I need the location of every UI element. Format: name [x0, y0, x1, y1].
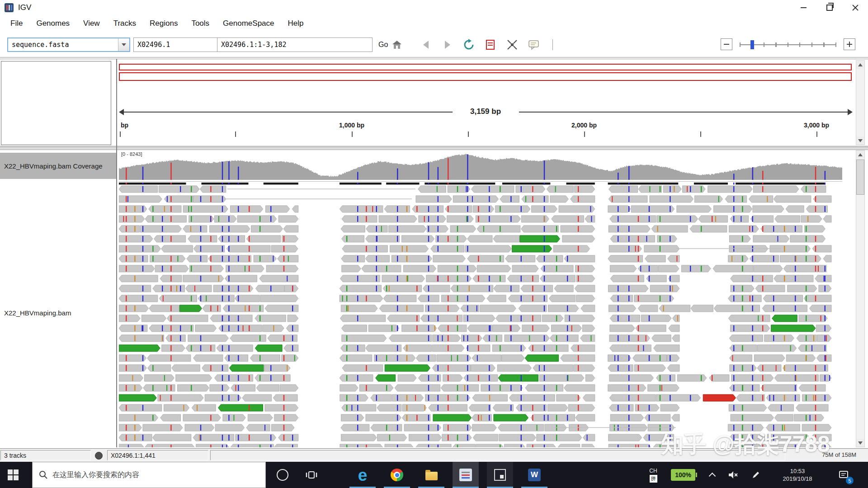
alignment-track-label[interactable]: X22_HBVmaping.bam: [4, 309, 71, 317]
battery-nub-icon: [696, 473, 697, 477]
ime-icon: 拼: [650, 475, 657, 483]
status-locus-label: X02496.1:1,441: [111, 452, 156, 459]
search-placeholder: 在这里输入你要搜索的内容: [52, 470, 139, 480]
popup-text-button[interactable]: [525, 38, 542, 52]
alignment-panel: X22_HBVmaping.bam Coverage X22_HBVmaping…: [0, 150, 868, 447]
menu-view[interactable]: View: [76, 15, 107, 32]
language-indicator[interactable]: CH 拼: [643, 462, 664, 488]
alignment-canvas[interactable]: [119, 150, 856, 447]
zoom-out-icon: [724, 44, 729, 45]
snip-taskbar-button[interactable]: [487, 462, 513, 488]
clock-date: 2019/10/18: [783, 475, 812, 483]
igv-icon: [459, 469, 472, 481]
visible-region-bar[interactable]: [119, 72, 852, 81]
locus-input[interactable]: [217, 38, 373, 52]
ruler-bp-label: bp: [121, 122, 128, 129]
start-button[interactable]: [0, 462, 26, 488]
clock-time: 10:53: [790, 467, 805, 475]
word-taskbar-button[interactable]: W: [521, 462, 547, 488]
task-view-icon: [306, 469, 317, 481]
home-button[interactable]: [388, 38, 406, 52]
scroll-down-button[interactable]: [856, 136, 864, 145]
icon-stripe: [6, 5, 8, 10]
menu-regions[interactable]: Regions: [143, 15, 184, 32]
tick-mark: [468, 131, 469, 137]
tick-mark: [816, 131, 817, 137]
chrome-taskbar-button[interactable]: [384, 462, 410, 488]
igv-taskbar-button[interactable]: [453, 462, 479, 488]
menu-help[interactable]: Help: [281, 15, 311, 32]
chromosome-ideogram-bar[interactable]: [119, 64, 852, 70]
icon-stripe: [11, 5, 12, 10]
ruler-sidebar-box: [1, 61, 111, 145]
taskbar-clock[interactable]: 10:53 2019/10/18: [769, 462, 826, 488]
restore-icon: [826, 5, 833, 11]
cortana-button[interactable]: [271, 462, 294, 488]
edge-icon: e: [358, 467, 368, 483]
zoom-slider-track[interactable]: [740, 42, 836, 48]
battery-indicator[interactable]: 100%: [668, 462, 700, 488]
zoom-out-button[interactable]: [721, 38, 732, 50]
menu-genomespace[interactable]: GenomeSpace: [216, 15, 281, 32]
menu-file[interactable]: File: [4, 15, 29, 32]
ruler-scrollbar[interactable]: [856, 60, 865, 145]
status-dot-icon: [95, 452, 103, 460]
menu-genomes[interactable]: Genomes: [29, 15, 76, 32]
pen-icon: [750, 469, 761, 480]
menu-tools[interactable]: Tools: [184, 15, 216, 32]
forward-arrow-icon: [442, 39, 453, 50]
scroll-up-icon: [858, 153, 863, 156]
search-icon: [39, 470, 48, 479]
chevron-down-icon: [122, 43, 126, 46]
edge-taskbar-button[interactable]: e: [349, 462, 376, 488]
fit-to-window-button[interactable]: [504, 38, 521, 52]
minimize-button[interactable]: [791, 0, 816, 15]
back-arrow-icon: [421, 39, 432, 50]
refresh-button[interactable]: [460, 38, 477, 52]
coverage-track-label[interactable]: X22_HBVmaping.bam Coverage: [0, 153, 116, 179]
tick-mark: [700, 131, 701, 137]
span-arrow-right-icon: [848, 109, 853, 115]
chromosome-select-value: X02496.1: [134, 38, 217, 52]
volume-button[interactable]: [723, 462, 743, 488]
back-button[interactable]: [418, 38, 435, 52]
minimize-icon: [801, 7, 807, 8]
cortana-icon: [277, 469, 288, 481]
pen-button[interactable]: [746, 462, 766, 488]
ruler-panel: 3,159 bp bp 1,000 bp 2,000 bp 3,000 bp: [0, 59, 868, 146]
task-view-button[interactable]: [299, 462, 324, 488]
tick-mark: [235, 131, 236, 137]
tray-overflow-button[interactable]: [703, 462, 721, 488]
genome-select-dropdown[interactable]: [118, 38, 129, 51]
close-button[interactable]: [842, 0, 868, 15]
scroll-down-button[interactable]: [856, 439, 864, 447]
scroll-up-icon: [858, 63, 863, 66]
alignment-scrollbar[interactable]: [856, 150, 865, 447]
tracks-count-box: 3 tracks: [0, 450, 91, 460]
scroll-down-icon: [858, 441, 863, 445]
action-center-button[interactable]: 5: [830, 462, 857, 488]
explorer-taskbar-button[interactable]: [418, 462, 444, 488]
speaker-muted-icon: [727, 469, 739, 481]
menu-tracks[interactable]: Tracks: [107, 15, 143, 32]
region-span-indicator: 3,159 bp: [119, 107, 853, 117]
zoom-slider-handle[interactable]: [750, 40, 754, 49]
windows-logo-icon: [8, 469, 19, 480]
panel-divider[interactable]: [116, 59, 117, 447]
forward-button[interactable]: [439, 38, 456, 52]
chromosome-select[interactable]: X02496.1: [133, 38, 229, 52]
chevron-up-icon: [708, 472, 716, 479]
span-line-left: [123, 112, 453, 113]
zoom-slider-ticks: [740, 42, 836, 47]
taskbar-search[interactable]: 在这里输入你要搜索的内容: [32, 462, 266, 488]
window-title: IGV: [18, 3, 31, 12]
scroll-up-button[interactable]: [856, 150, 864, 159]
ruler-tick-1000: 1,000 bp: [339, 122, 364, 129]
genome-select[interactable]: sequence.fasta: [7, 38, 130, 52]
scrollbar-thumb[interactable]: [856, 160, 864, 195]
scroll-up-button[interactable]: [856, 61, 864, 69]
maximize-button[interactable]: [816, 0, 842, 15]
region-tool-button[interactable]: [482, 38, 499, 52]
panel-splitter[interactable]: [0, 147, 868, 150]
zoom-in-button[interactable]: [844, 38, 855, 50]
